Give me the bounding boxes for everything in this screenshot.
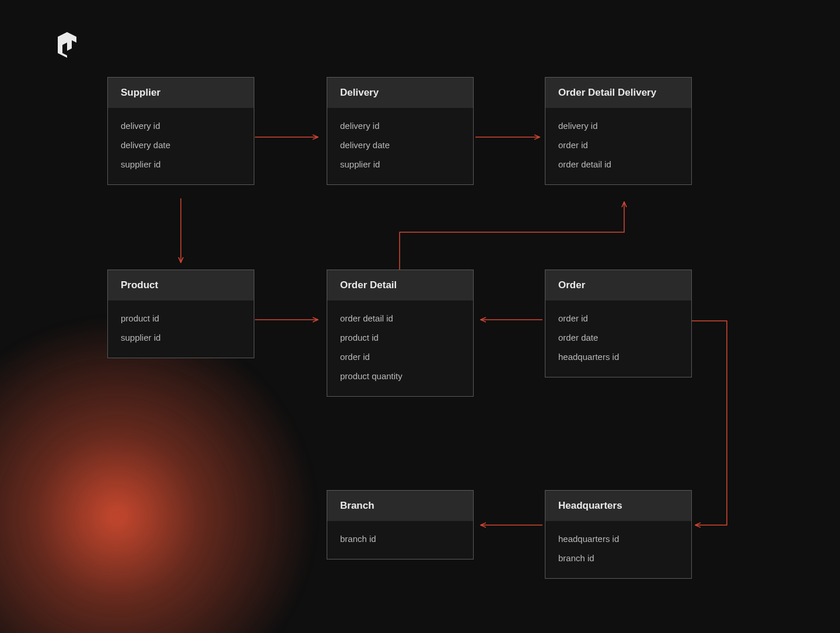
entity-title: Delivery <box>327 78 473 108</box>
entity-field: delivery date <box>121 135 241 155</box>
entity-order: Order order id order date headquarters i… <box>545 270 692 377</box>
brand-logo <box>55 31 79 61</box>
entity-field: delivery id <box>340 116 460 135</box>
entity-field: order id <box>558 309 678 328</box>
entity-field: headquarters id <box>558 347 678 366</box>
entity-field: headquarters id <box>558 529 678 548</box>
entity-field: order id <box>558 135 678 155</box>
entity-order-detail: Order Detail order detail id product id … <box>327 270 474 397</box>
entity-field: supplier id <box>340 155 460 174</box>
entity-headquarters: Headquarters headquarters id branch id <box>545 490 692 579</box>
entity-delivery: Delivery delivery id delivery date suppl… <box>327 77 474 185</box>
entity-title: Order Detail Delivery <box>545 78 691 108</box>
entity-branch: Branch branch id <box>327 490 474 559</box>
entity-field: supplier id <box>121 155 241 174</box>
entity-field: product id <box>121 309 241 328</box>
entity-field: order detail id <box>558 155 678 174</box>
entity-field: order id <box>340 347 460 366</box>
entity-field: product quantity <box>340 366 460 386</box>
entity-field: branch id <box>558 548 678 568</box>
entity-title: Order Detail <box>327 270 473 300</box>
entity-field: delivery id <box>121 116 241 135</box>
entity-title: Branch <box>327 491 473 521</box>
entity-title: Product <box>108 270 254 300</box>
entity-field: delivery id <box>558 116 678 135</box>
entity-order-detail-delivery: Order Detail Delivery delivery id order … <box>545 77 692 185</box>
entity-field: order detail id <box>340 309 460 328</box>
entity-title: Supplier <box>108 78 254 108</box>
entity-field: delivery date <box>340 135 460 155</box>
entity-field: branch id <box>340 529 460 548</box>
entity-field: order date <box>558 328 678 347</box>
entity-title: Headquarters <box>545 491 691 521</box>
entity-field: product id <box>340 328 460 347</box>
entity-field: supplier id <box>121 328 241 347</box>
entity-supplier: Supplier delivery id delivery date suppl… <box>107 77 254 185</box>
entity-title: Order <box>545 270 691 300</box>
entity-product: Product product id supplier id <box>107 270 254 358</box>
